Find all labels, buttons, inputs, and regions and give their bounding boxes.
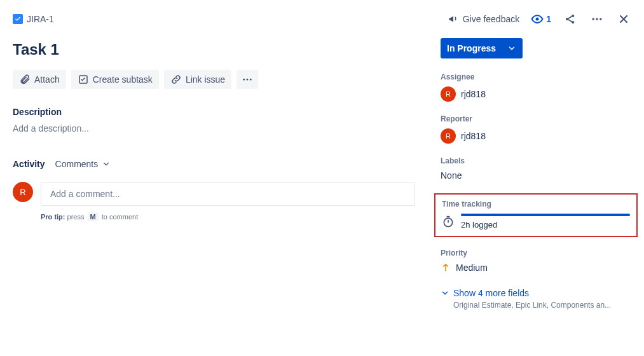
create-subtask-button[interactable]: Create subtask	[71, 70, 159, 89]
show-more-label: Show 4 more fields	[453, 288, 529, 298]
subtask-icon	[78, 74, 89, 85]
priority-medium-icon	[441, 263, 451, 273]
reporter-name: rjd818	[461, 131, 486, 141]
close-button[interactable]	[616, 11, 631, 27]
comment-input[interactable]: Add a comment...	[41, 182, 415, 206]
assignee-field[interactable]: R rjd818	[441, 86, 631, 102]
give-feedback-label: Give feedback	[463, 14, 520, 24]
activity-filter-value: Comments	[55, 159, 99, 169]
time-tracking-highlight: Time tracking 2h logged	[434, 193, 638, 237]
status-dropdown[interactable]: In Progress	[441, 38, 523, 58]
issue-key: JIRA-1	[27, 14, 54, 24]
labels-field[interactable]: None	[441, 170, 631, 181]
assignee-avatar: R	[441, 86, 456, 102]
watch-button[interactable]: 1	[531, 13, 551, 25]
link-icon	[170, 74, 182, 85]
breadcrumb[interactable]: JIRA-1	[13, 14, 54, 24]
show-more-fields-button[interactable]: Show 4 more fields	[441, 288, 631, 298]
more-actions-button[interactable]	[589, 11, 605, 27]
attach-label: Attach	[34, 74, 60, 85]
issue-title[interactable]: Task 1	[13, 41, 415, 58]
svg-point-8	[243, 79, 245, 81]
share-icon	[564, 13, 577, 25]
labels-label: Labels	[441, 156, 631, 165]
activity-filter-dropdown[interactable]: Comments	[55, 159, 111, 169]
priority-field[interactable]: Medium	[441, 263, 631, 273]
time-tracking-bar	[461, 214, 630, 216]
svg-point-10	[250, 79, 252, 81]
reporter-avatar: R	[441, 128, 456, 144]
time-tracking-logged: 2h logged	[461, 220, 630, 229]
link-issue-button[interactable]: Link issue	[164, 70, 231, 89]
description-label: Description	[13, 107, 415, 117]
chevron-down-icon	[441, 289, 449, 298]
link-issue-label: Link issue	[186, 74, 225, 85]
attachment-icon	[19, 74, 31, 85]
current-user-avatar: R	[13, 182, 33, 202]
give-feedback-button[interactable]: Give feedback	[448, 13, 520, 25]
time-tracking-field[interactable]: 2h logged	[442, 214, 630, 229]
assignee-label: Assignee	[441, 72, 631, 81]
priority-label: Priority	[441, 249, 631, 257]
status-label: In Progress	[447, 43, 496, 53]
share-button[interactable]	[563, 11, 578, 27]
stopwatch-icon	[442, 216, 455, 228]
eye-icon	[531, 13, 544, 25]
chevron-down-icon	[507, 44, 516, 53]
more-actions-inline-button[interactable]	[236, 70, 258, 89]
svg-point-9	[247, 79, 249, 81]
close-icon	[617, 13, 630, 25]
more-horizontal-icon	[591, 13, 603, 25]
create-subtask-label: Create subtask	[93, 74, 153, 85]
megaphone-icon	[448, 13, 459, 25]
svg-point-0	[536, 18, 539, 21]
more-horizontal-icon	[242, 74, 253, 85]
reporter-label: Reporter	[441, 114, 631, 123]
chevron-down-icon	[102, 160, 111, 168]
pro-tip-text: Pro tip: press M to comment	[41, 212, 415, 221]
task-type-icon	[13, 14, 23, 24]
show-more-sublabel: Original Estimate, Epic Link, Components…	[453, 301, 631, 310]
priority-value: Medium	[456, 263, 488, 273]
assignee-name: rjd818	[461, 89, 486, 99]
time-tracking-label: Time tracking	[442, 200, 630, 209]
svg-point-6	[599, 18, 601, 20]
watch-count: 1	[546, 14, 551, 24]
attach-button[interactable]: Attach	[13, 70, 66, 89]
svg-point-5	[596, 18, 598, 20]
svg-point-4	[593, 18, 594, 20]
description-field[interactable]: Add a description...	[13, 123, 415, 134]
activity-label: Activity	[13, 159, 45, 169]
reporter-field[interactable]: R rjd818	[441, 128, 631, 144]
